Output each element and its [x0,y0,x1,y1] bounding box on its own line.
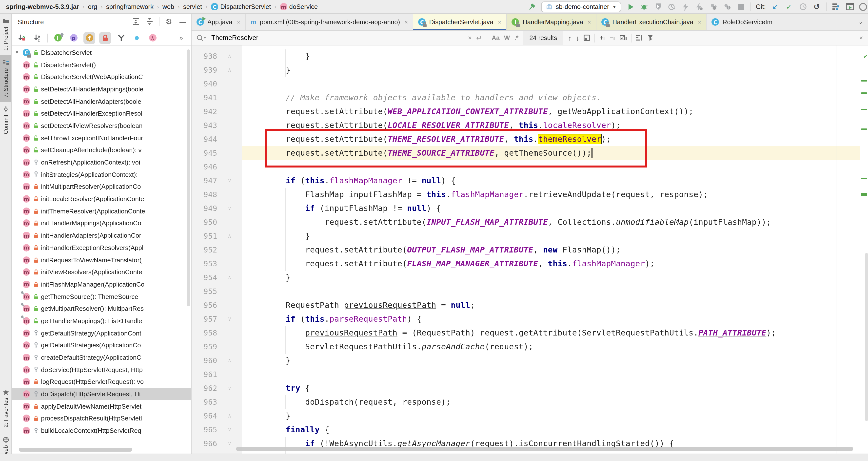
show-non-public-icon[interactable] [99,32,111,44]
code-line[interactable]: 953 request.setAttribute(FLASH_MAP_MANAG… [192,257,860,271]
code-line[interactable]: 949∨ if (inputFlashMap != null) { [192,202,860,215]
filter-search-icon[interactable] [636,35,643,41]
code-line[interactable]: 961 [192,368,860,381]
run-coverage-button[interactable] [654,2,662,11]
line-number[interactable]: 964 [192,409,217,423]
sort-by-visibility-icon[interactable] [16,32,28,44]
search-input[interactable]: ThemeResolver [211,34,258,41]
line-number[interactable]: 943 [192,119,217,133]
select-all-occurrences-icon[interactable] [584,35,590,41]
structure-item[interactable]: minitViewResolvers(ApplicationConte [12,266,191,278]
tab-close-icon[interactable]: × [237,19,240,25]
structure-item[interactable]: minitStrategies(ApplicationContext): [12,169,191,181]
structure-item[interactable]: msetDetectAllHandlerAdapters(boole [12,95,191,108]
breadcrumb-item[interactable]: springframework [105,3,155,10]
structure-item[interactable]: monRefresh(ApplicationContext): voi [12,156,191,168]
breadcrumb-item[interactable]: web [161,3,175,10]
tab-handlermapping-java[interactable]: IHandlerMapping.java× [507,14,597,30]
structure-item[interactable]: msetDetectAllHandlerExceptionResol [12,108,191,120]
sort-alphabetically-icon[interactable]: az [32,32,43,44]
line-number[interactable]: 940 [192,77,217,91]
tab-close-icon[interactable]: × [698,19,701,25]
regex-toggle[interactable]: .* [514,34,519,41]
code-line[interactable]: 955 [192,285,860,298]
structure-item[interactable]: mDispatcherServlet(WebApplicationC [12,71,191,83]
expand-all-icon[interactable] [131,17,140,26]
tab-roledoserviceim[interactable]: CRoleDoServiceIm [707,14,777,30]
settings-gear-icon[interactable]: ⚙ [164,17,173,26]
line-number[interactable]: 942 [192,105,217,119]
line-number[interactable]: 959 [192,340,217,354]
code-line[interactable]: 946 [192,160,860,174]
match-case-toggle[interactable]: Aa [492,34,500,41]
line-number[interactable]: 952 [192,243,217,257]
more-options-chevrons[interactable]: » [175,32,187,44]
whole-words-toggle[interactable]: W [504,34,510,41]
attach-debugger-icon[interactable] [723,2,732,11]
structure-item[interactable]: minitMultipartResolver(ApplicationCo [12,181,191,193]
fold-marker-icon[interactable]: ∧ [217,63,242,77]
line-number[interactable]: 960 [192,354,217,368]
line-number[interactable]: 949 [192,202,217,215]
previous-occurrence-icon[interactable]: ↑ [568,34,571,42]
profiler-button[interactable] [668,2,676,11]
code-line[interactable]: 947∨ if (this.flashMapManager != null) { [192,174,860,188]
breadcrumb-item[interactable]: servlet [182,3,203,10]
remove-occurrence-icon[interactable]: −‖ [610,34,615,41]
tab-handlerexecutionchain-java[interactable]: CHandlerExecutionChain.java× [596,14,707,30]
structure-item[interactable]: minitHandlerExceptionResolvers(Appl [12,241,191,254]
git-rollback-button[interactable]: ↺ [812,2,821,11]
breadcrumb-item[interactable]: mdoService [279,3,319,10]
fold-marker-icon[interactable]: ∧ [217,50,242,63]
structure-item[interactable]: minitThemeResolver(ApplicationConte [12,205,191,217]
structure-item[interactable]: mDispatcherServlet() [12,59,191,71]
stripe-mark[interactable] [861,128,867,130]
code-line[interactable]: 965∨ finally { [192,423,860,437]
tab-app-java[interactable]: CApp.java× [192,14,246,30]
line-number[interactable]: 941 [192,91,217,105]
collapse-all-icon[interactable] [145,17,154,26]
add-occurrence-icon[interactable]: +‖ [600,34,605,41]
code-line[interactable]: 945 request.setAttribute(THEME_SOURCE_AT… [192,146,860,160]
project-structure-icon[interactable] [832,2,840,11]
line-number[interactable]: 956 [192,298,217,312]
structure-horizontal-scrollbar[interactable] [19,448,132,452]
code-line[interactable]: 958 previousRequestPath = (RequestPath) … [192,326,860,340]
show-inherited-icon[interactable]: I [52,32,64,44]
stripe-mark[interactable] [861,92,867,94]
inspections-ok-check-icon[interactable]: ✔ [864,50,868,63]
hide-panel-icon[interactable]: — [178,17,187,26]
line-number[interactable]: 950 [192,215,217,229]
line-number[interactable]: 963 [192,395,217,409]
code-line[interactable]: 950 request.setAttribute(INPUT_FLASH_MAP… [192,215,860,229]
structure-item[interactable]: mdoService(HttpServletRequest, Http [12,364,191,376]
structure-item[interactable]: minitHandlerAdapters(ApplicationCor [12,230,191,241]
code-line[interactable]: 956 RequestPath previousRequestPath = nu… [192,298,860,312]
code-line[interactable]: 938∧ } [192,50,860,63]
structure-item[interactable]: minitRequestToViewNameTranslator( [12,254,191,266]
debug-bug-button[interactable] [640,2,649,11]
structure-item[interactable]: mgetHandlerMappings(): List<Handle [12,315,191,327]
line-number[interactable]: 958 [192,326,217,340]
structure-item[interactable]: msetCleanupAfterInclude(boolean): v [12,144,191,156]
line-number[interactable]: 951 [192,229,217,243]
structure-item[interactable]: mgetMultipartResolver(): MultipartRes [12,302,191,315]
line-number[interactable]: 962 [192,381,217,395]
fold-marker-icon[interactable]: ∧ [217,229,242,243]
rerun-lightning-icon[interactable] [681,2,690,11]
code-editor[interactable]: 938∧ }939∧ }940941 // Make framework obj… [192,46,868,454]
line-number[interactable]: 957 [192,312,217,326]
line-number[interactable]: 948 [192,188,217,202]
editor-horizontal-scrollbar[interactable] [236,447,853,451]
close-search-icon[interactable]: × [859,34,863,41]
structure-item[interactable]: mgetThemeSource(): ThemeSource [12,291,191,302]
build-hammer-icon[interactable] [528,2,536,11]
show-properties-icon[interactable]: p [68,32,80,44]
breadcrumb-item[interactable]: CDispatcherServlet [210,3,272,10]
code-line[interactable]: 957∨ if (this.parseRequestPath) { [192,312,860,326]
code-line[interactable]: 954∧ } [192,271,860,285]
search-filter-funnel-icon[interactable] [647,34,654,41]
structure-item[interactable]: mlogRequest(HttpServletRequest): vo [12,376,191,388]
line-number[interactable]: 939 [192,63,217,77]
select-all-matches-icon[interactable]: ☑‖ [619,34,626,41]
